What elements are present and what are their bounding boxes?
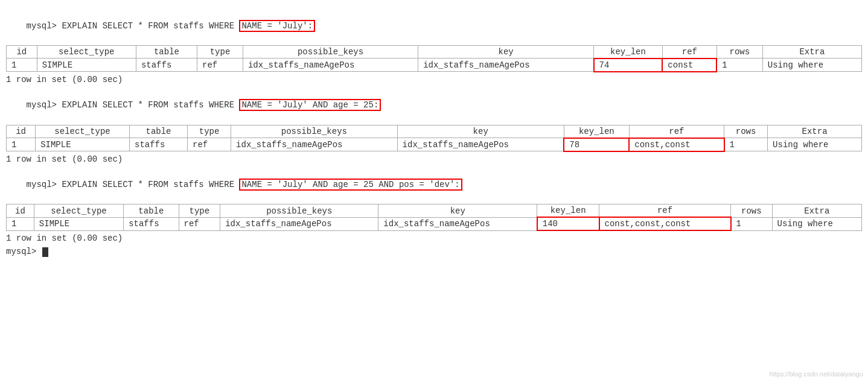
col-type: type [197,45,243,59]
col-rows: rows [716,45,762,59]
col-table: table [124,204,179,218]
col-key: key [397,125,564,138]
cell-type: ref [179,217,220,230]
cell-key-len: 140 [537,217,599,230]
cell-select-type: SIMPLE [36,138,130,151]
cell-id: 1 [7,59,37,72]
cell-possible-keys: idx_staffs_nameAgePos [243,59,418,72]
table-row: 1 SIMPLE staffs ref idx_staffs_nameAgePo… [7,217,862,230]
cell-extra: Using where [768,138,862,151]
col-select-type: select_type [34,204,123,218]
table-row: id select_type table type possible_keys … [7,125,862,138]
col-type: type [179,204,220,218]
table-row: id select_type table type possible_keys … [7,204,862,218]
col-ref: ref [629,125,724,138]
cell-possible-keys: idx_staffs_nameAgePos [220,217,378,230]
query2-table: id select_type table type possible_keys … [6,125,862,152]
cell-table: staffs [124,217,179,230]
col-rows: rows [731,204,773,218]
col-possible-keys: possible_keys [243,45,418,59]
cell-key-len: 78 [564,138,629,151]
query2-highlight: NAME = 'July' AND age = 25: [239,99,381,111]
col-type: type [188,125,231,138]
cell-key: idx_staffs_nameAgePos [378,217,537,230]
query3-table: id select_type table type possible_keys … [6,204,862,231]
cursor-block [42,247,48,257]
query3-result: 1 row in set (0.00 sec) [6,233,862,243]
col-key: key [418,45,594,59]
col-select-type: select_type [36,125,130,138]
cell-table: staffs [130,138,188,151]
query1-line: mysql> EXPLAIN SELECT * FROM staffs WHER… [6,8,862,44]
query1-table: id select_type table type possible_keys … [6,45,862,72]
col-ref: ref [599,204,731,218]
table-row: 1 SIMPLE staffs ref idx_staffs_nameAgePo… [7,59,862,72]
col-table: table [136,45,197,59]
col-key: key [378,204,537,218]
col-possible-keys: possible_keys [220,204,378,218]
col-ref: ref [662,45,716,59]
query1-result: 1 row in set (0.00 sec) [6,75,862,84]
col-rows: rows [724,125,768,138]
col-key-len: key_len [537,204,599,218]
cell-id: 1 [7,217,34,230]
cell-id: 1 [7,138,36,151]
col-key-len: key_len [594,45,663,59]
cell-extra: Using where [772,217,861,230]
cell-rows: 1 [724,138,768,151]
cell-ref: const,const,const [599,217,731,230]
query2-line: mysql> EXPLAIN SELECT * FROM staffs WHER… [6,88,862,124]
col-extra: Extra [762,45,861,59]
col-select-type: select_type [37,45,136,59]
col-table: table [130,125,188,138]
cell-key-len: 74 [594,59,663,72]
col-extra: Extra [772,204,861,218]
cell-type: ref [197,59,243,72]
query2-prefix: mysql> EXPLAIN SELECT * FROM staffs WHER… [27,100,240,110]
prompt-text: mysql> [6,247,42,256]
col-id: id [7,125,36,138]
cell-rows: 1 [716,59,762,72]
cell-ref: const [662,59,716,72]
col-key-len: key_len [564,125,629,138]
cell-key: idx_staffs_nameAgePos [418,59,594,72]
query1-prefix: mysql> EXPLAIN SELECT * FROM staffs WHER… [27,21,240,31]
query2-result: 1 row in set (0.00 sec) [6,154,862,164]
table-row: id select_type table type possible_keys … [7,45,862,59]
watermark: https://blog.csdn.net/dataiyangu [770,370,863,378]
query3-line: mysql> EXPLAIN SELECT * FROM staffs WHER… [6,168,862,203]
cell-select-type: SIMPLE [37,59,136,72]
query3-prefix: mysql> EXPLAIN SELECT * FROM staffs WHER… [27,180,240,189]
cell-ref: const,const [629,138,724,151]
cell-table: staffs [136,59,197,72]
query3-highlight: NAME = 'July' AND age = 25 AND pos = 'de… [239,179,462,191]
cell-select-type: SIMPLE [34,217,123,230]
cell-type: ref [188,138,231,151]
table-row: 1 SIMPLE staffs ref idx_staffs_nameAgePo… [7,138,862,151]
terminal: mysql> EXPLAIN SELECT * FROM staffs WHER… [0,0,868,380]
cell-extra: Using where [762,59,861,72]
col-id: id [7,45,37,59]
col-possible-keys: possible_keys [231,125,398,138]
cell-key: idx_staffs_nameAgePos [397,138,564,151]
prompt-line: mysql> [6,247,862,256]
col-extra: Extra [768,125,862,138]
cell-rows: 1 [731,217,773,230]
cell-possible-keys: idx_staffs_nameAgePos [231,138,398,151]
query1-highlight: NAME = 'July': [239,20,315,32]
col-id: id [7,204,34,218]
